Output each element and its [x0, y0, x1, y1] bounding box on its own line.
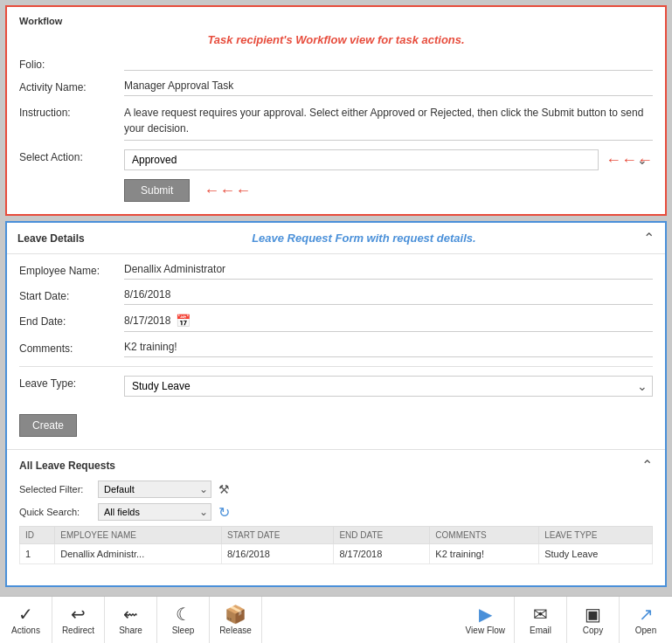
activity-label: Activity Name:	[19, 80, 124, 93]
submit-row: Submit ←←←	[19, 179, 653, 202]
filter-select-container: Default ⌄	[98, 481, 211, 498]
filter-dropdown[interactable]: Default	[98, 481, 211, 498]
cell-comments: K2 training!	[430, 544, 539, 564]
col-leave-type: LEAVE TYPE	[539, 527, 653, 544]
cell-start-date: 8/16/2018	[221, 544, 333, 564]
bottom-toolbar: ✓ Actions ↩ Redirect ⇜ Share ☾ Sleep 📦 R…	[0, 596, 672, 643]
sleep-label: Sleep	[172, 626, 195, 635]
leave-details-header: Leave Details Leave Request Form with re…	[7, 223, 665, 254]
folio-value	[124, 57, 653, 71]
release-icon: 📦	[225, 605, 246, 623]
actions-icon: ✓	[18, 605, 33, 623]
divider	[19, 366, 653, 367]
col-employee: EMPLOYEE NAME	[55, 527, 222, 544]
search-dropdown[interactable]: All fields	[98, 503, 211, 521]
share-label: Share	[119, 626, 142, 635]
leave-details-title: Leave Details	[17, 232, 85, 245]
sleep-button[interactable]: ☾ Sleep	[157, 597, 210, 643]
redirect-icon: ↩	[71, 605, 86, 623]
share-button[interactable]: ⇜ Share	[105, 597, 157, 643]
redirect-button[interactable]: ↩ Redirect	[52, 597, 105, 643]
leave-type-dropdown[interactable]: Study Leave Annual Leave Sick Leave	[124, 376, 653, 397]
comments-value: K2 training!	[124, 341, 653, 357]
select-action-container: Approved Rejected ⌄ ←←←	[124, 149, 653, 170]
comments-label: Comments:	[19, 341, 124, 355]
workflow-section: Workflow Task recipient's Workflow view …	[5, 5, 667, 216]
end-date-label: End Date:	[19, 314, 124, 328]
actions-button[interactable]: ✓ Actions	[0, 597, 52, 643]
col-id: ID	[20, 527, 55, 544]
col-start-date: START DATE	[221, 527, 333, 544]
sleep-icon: ☾	[176, 605, 191, 623]
search-row: Quick Search: All fields ⌄ ↻	[19, 503, 653, 521]
open-label: Open	[635, 626, 656, 635]
filter-label: Selected Filter:	[19, 484, 98, 494]
activity-value: Manager Approval Task	[124, 80, 653, 96]
select-action-row: Select Action: Approved Rejected ⌄ ←←←	[19, 149, 653, 170]
viewflow-label: View Flow	[466, 626, 505, 635]
table-header-row: ID EMPLOYEE NAME START DATE END DATE COM…	[20, 527, 653, 544]
create-button[interactable]: Create	[19, 414, 77, 437]
leave-details-body: Employee Name: Denallix Administrator St…	[7, 254, 665, 585]
col-end-date: END DATE	[334, 527, 430, 544]
viewflow-button[interactable]: ▶ View Flow	[457, 597, 515, 643]
arrow-indicator-icon: ←←←	[606, 151, 653, 169]
cell-end-date: 8/17/2018	[334, 544, 430, 564]
toolbar-spacer	[262, 597, 457, 643]
actions-label: Actions	[11, 626, 40, 635]
employee-value: Denallix Administrator	[124, 263, 653, 280]
redirect-label: Redirect	[62, 626, 94, 635]
cell-leave-type: Study Leave	[539, 544, 653, 564]
instruction-label: Instruction:	[19, 105, 124, 119]
submit-button[interactable]: Submit	[124, 179, 190, 202]
copy-button[interactable]: ▣ Copy	[567, 597, 620, 643]
employee-label: Employee Name:	[19, 263, 124, 277]
all-leave-section: All Leave Requests ⌃ Selected Filter: De…	[7, 449, 665, 573]
cell-employee: Denallix Administr...	[55, 544, 222, 564]
release-button[interactable]: 📦 Release	[210, 597, 262, 643]
start-date-label: Start Date:	[19, 288, 124, 302]
open-button[interactable]: ↗ Open	[620, 597, 672, 643]
search-select-container: All fields ⌄	[98, 503, 211, 521]
leave-table: ID EMPLOYEE NAME START DATE END DATE COM…	[19, 526, 653, 564]
all-leave-header: All Leave Requests ⌃	[19, 457, 653, 474]
select-action-label: Select Action:	[19, 149, 124, 163]
select-action-dropdown[interactable]: Approved Rejected	[124, 149, 599, 170]
folio-row: Folio:	[19, 57, 653, 71]
email-label: Email	[530, 626, 551, 635]
search-label: Quick Search:	[19, 507, 98, 517]
all-leave-collapse-icon[interactable]: ⌃	[641, 457, 653, 474]
end-date-calendar-icon[interactable]: 📅	[176, 314, 191, 328]
end-date-value: 8/17/2018 📅	[124, 314, 653, 332]
leave-details-collapse-icon[interactable]: ⌃	[643, 230, 655, 246]
activity-row: Activity Name: Manager Approval Task	[19, 80, 653, 96]
filter-row: Selected Filter: Default ⌄ ⚒	[19, 481, 653, 498]
end-date-text: 8/17/2018	[124, 315, 170, 327]
comments-row: Comments: K2 training!	[19, 341, 653, 357]
leave-table-body: 1 Denallix Administr... 8/16/2018 8/17/2…	[20, 544, 653, 564]
leave-details-subtitle: Leave Request Form with request details.	[94, 232, 634, 245]
workflow-subtitle: Task recipient's Workflow view for task …	[19, 33, 653, 46]
leave-type-row: Leave Type: Study Leave Annual Leave Sic…	[19, 376, 653, 397]
workflow-title: Workflow	[19, 16, 653, 26]
instruction-row: Instruction: A leave request requires yo…	[19, 105, 653, 141]
leave-type-label: Leave Type:	[19, 376, 124, 390]
col-comments: COMMENTS	[430, 527, 539, 544]
leave-details-section: Leave Details Leave Request Form with re…	[5, 221, 667, 587]
start-date-row: Start Date: 8/16/2018	[19, 288, 653, 305]
refresh-icon[interactable]: ↻	[218, 504, 230, 521]
instruction-value: A leave request requires your approval. …	[124, 105, 653, 141]
copy-icon: ▣	[585, 605, 601, 623]
open-icon: ↗	[639, 605, 654, 623]
all-leave-title: All Leave Requests	[19, 460, 115, 472]
copy-label: Copy	[583, 626, 603, 635]
email-button[interactable]: ✉ Email	[515, 597, 567, 643]
release-label: Release	[219, 626, 252, 635]
table-row: 1 Denallix Administr... 8/16/2018 8/17/2…	[20, 544, 653, 564]
cell-id: 1	[20, 544, 55, 564]
employee-row: Employee Name: Denallix Administrator	[19, 263, 653, 280]
viewflow-icon: ▶	[479, 605, 492, 623]
email-icon: ✉	[533, 605, 548, 623]
submit-arrow-icon: ←←←	[204, 182, 251, 200]
wrench-icon[interactable]: ⚒	[218, 482, 230, 496]
